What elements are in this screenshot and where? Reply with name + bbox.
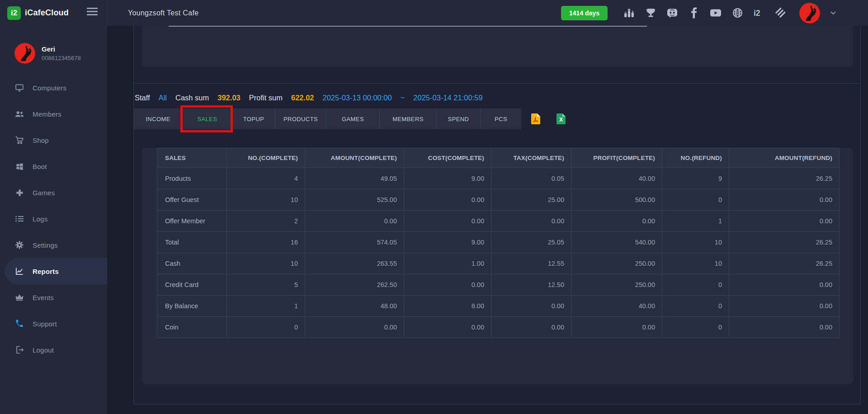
sidebar-item-label: Boot [33,163,47,170]
sidebar: Geri 008612345678 Computers Members Shop [0,26,107,414]
brand: i2 iCafeCloud [7,0,69,26]
sidebar-item-members[interactable]: Members [0,101,107,127]
sidebar-item-events[interactable]: Events [0,284,107,310]
column-header: AMOUNT(REFUND) [729,148,840,168]
cell: 4 [227,168,305,189]
date-to[interactable]: 2025-03-14 21:00:59 [413,94,482,102]
sidebar-item-logs[interactable]: Logs [0,206,107,232]
user-phone: 008612345678 [42,55,81,61]
cell: 1 [662,211,729,232]
tab-topup[interactable]: TOPUP [232,108,275,129]
cell: 10 [227,189,305,211]
report-tabs: INCOME SALES TOPUP PRODUCTS GAMES MEMBER… [134,108,521,129]
column-header: NO.(COMPLETE) [227,148,305,168]
tab-spend[interactable]: SPEND [437,108,481,129]
date-from[interactable]: 2025-03-13 00:00:00 [322,94,392,102]
discord-icon[interactable] [666,7,678,19]
phone-icon [14,319,24,328]
cell: 0.00 [404,317,491,338]
hamburger-menu-icon[interactable] [87,8,98,17]
cell: 0.00 [571,211,662,232]
scrolled-chart-section [134,26,860,84]
cell: 12.55 [491,253,571,274]
sidebar-menu: Computers Members Shop Boot Games [0,75,107,363]
cell: 0.00 [404,274,491,296]
tab-games[interactable]: GAMES [326,108,380,129]
cell: 262.50 [305,274,404,296]
cell: 0 [227,317,305,338]
sidebar-item-reports[interactable]: Reports [5,258,107,284]
sidebar-item-label: Logout [33,346,54,354]
sidebar-item-computers[interactable]: Computers [0,75,107,101]
sidebar-item-boot[interactable]: Boot [0,153,107,179]
tab-members[interactable]: MEMBERS [380,108,437,129]
sidebar-item-shop[interactable]: Shop [0,127,107,153]
pdf-file-icon[interactable] [530,113,541,125]
crown-icon [14,293,24,301]
globe-icon[interactable] [731,7,743,19]
cell: 0.00 [491,296,571,317]
profit-sum-value: 622.02 [291,94,314,102]
cell: 26.25 [729,232,840,253]
windows-icon [14,162,24,171]
cell: 500.00 [571,189,662,211]
sidebar-item-games[interactable]: Games [0,179,107,206]
row-label: Offer Member [157,211,227,232]
cell: 0.00 [404,211,491,232]
gamepad-icon [14,188,24,197]
cart-icon [14,136,24,145]
cell: 0 [662,189,729,211]
icafe-icon[interactable]: i2 [753,7,765,19]
ranking-icon[interactable] [623,7,635,19]
cell: 1.00 [404,253,491,274]
cell: 12.50 [491,274,571,296]
top-card-rule [169,26,647,27]
sidebar-item-settings[interactable]: Settings [0,232,107,258]
sidebar-item-label: Settings [33,241,58,249]
logout-icon [14,345,24,354]
staff-filter-value[interactable]: All [159,94,167,102]
cell: 525.00 [305,189,404,211]
sidebar-avatar [14,43,35,64]
export-buttons: X [530,113,566,125]
sidebar-item-support[interactable]: Support [0,310,107,337]
cell: 49.05 [305,168,404,189]
cell: 16 [227,232,305,253]
sidebar-item-label: Computers [33,84,66,92]
tab-products[interactable]: PRODUCTS [275,108,326,129]
facebook-icon[interactable] [688,7,700,19]
sidebar-user[interactable]: Geri 008612345678 [0,26,107,64]
days-remaining-badge[interactable]: 1414 days [561,6,608,20]
cash-sum-label: Cash sum [175,94,209,102]
tab-pcs[interactable]: PCS [481,108,521,129]
cell: 0.00 [729,317,840,338]
row-label: Cash [157,253,227,274]
cell: 540.00 [571,232,662,253]
row-label: Credit Card [157,274,227,296]
cash-sum-value: 392.03 [217,94,240,102]
tab-sales[interactable]: SALES [183,108,232,129]
tab-income[interactable]: INCOME [134,108,183,129]
cell: 10 [662,253,729,274]
row-label: Offer Guest [157,189,227,211]
column-header: SALES [157,148,227,168]
cell: 9.00 [404,168,491,189]
main-content: Staff All Cash sum 392.03 Profit sum 622… [107,26,868,414]
chevron-down-icon[interactable] [830,9,836,17]
cell: 0 [662,274,729,296]
cell: 5 [227,274,305,296]
sidebar-item-label: Support [33,320,57,328]
cell: 0 [662,317,729,338]
youtube-icon[interactable] [710,7,722,19]
cell: 25.05 [491,232,571,253]
cell: 48.00 [305,296,404,317]
stack-icon[interactable] [775,7,787,19]
user-avatar[interactable] [799,3,820,24]
trophy-icon[interactable] [645,7,656,19]
sidebar-item-logout[interactable]: Logout [0,337,107,363]
sidebar-item-label: Members [33,110,61,118]
excel-file-icon[interactable]: X [556,113,566,125]
cell: 250.00 [571,274,662,296]
sidebar-item-label: Reports [33,268,59,275]
column-header: COST(COMPLETE) [404,148,491,168]
